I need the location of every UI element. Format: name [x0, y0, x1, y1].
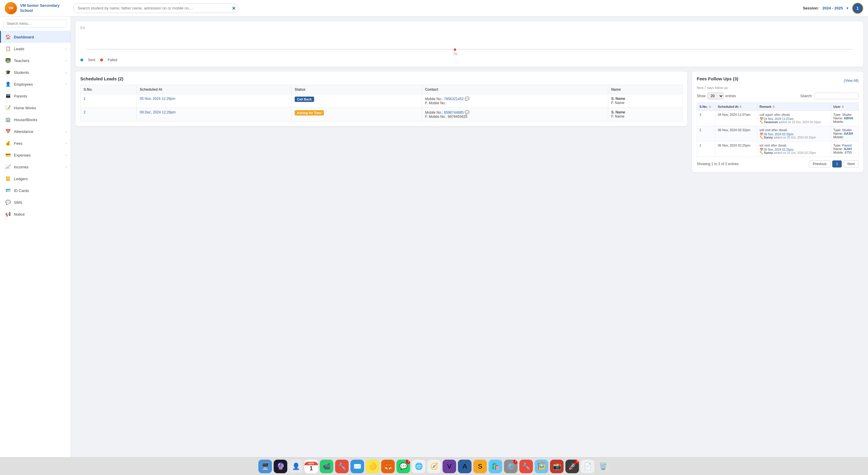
dock-item-finder[interactable]: 🖥️ [258, 459, 272, 473]
lead-link[interactable]: 2 [84, 110, 86, 114]
sidebar-label-attendance: Attendance [14, 129, 62, 134]
entries-select[interactable]: 20 50 100 [707, 92, 724, 99]
dock-item-siri[interactable]: 🔮 [274, 459, 287, 473]
global-search-input[interactable] [73, 3, 239, 13]
sidebar-item-expenses[interactable]: 💳 Expenses › [0, 149, 70, 161]
mail-icon: ✉️ [353, 463, 361, 470]
mobile-link[interactable]: 7856321452 [444, 97, 464, 101]
fees-cell-user: Type: Studer Name: AASH Mobile: [831, 126, 858, 142]
user-avatar[interactable]: 1 [852, 3, 863, 14]
remark-meta: 📅 04 Nov, 2024 11:07am ✏️ Tarannum added… [760, 117, 829, 124]
sidebar-item-employees[interactable]: 👤 Employees › [0, 78, 70, 90]
sidebar-item-attendance[interactable]: 📅 Attendance › [0, 125, 70, 137]
dock-item-sublime[interactable]: S [473, 459, 487, 473]
chart-baseline [86, 49, 852, 50]
sidebar-item-house-blocks[interactable]: 🏢 House/Blocks [0, 114, 70, 125]
sms-icon: 💬 [5, 199, 11, 205]
student-name: S. Name [611, 110, 625, 114]
sidebar-search-input[interactable] [4, 20, 67, 28]
remark-date-link[interactable]: 06 Nov, 2024 02:32pm [764, 132, 793, 136]
lead-link[interactable]: 1 [84, 97, 86, 101]
sidebar-item-notice[interactable]: 📢 Notice [0, 208, 70, 220]
sidebar-item-parents[interactable]: 👪 Parents [0, 90, 70, 102]
dock-item-facetime[interactable]: 📹 [320, 459, 333, 473]
mobile-link[interactable]: 8596744885 [444, 111, 464, 115]
sublime-icon: S [478, 463, 483, 470]
fees-search-input[interactable] [814, 93, 859, 99]
user-name-link[interactable]: AJAY [844, 147, 852, 151]
remark-text: wil visit after diwali. [760, 144, 829, 147]
whatsapp-icon: 💬 [399, 463, 407, 470]
status-badge: Asking for Time [294, 110, 324, 116]
dock-item-trash[interactable]: 🗑️ [596, 459, 610, 473]
dock-item-chrome[interactable]: 🌐 [412, 459, 426, 473]
fees-title: Fees Follow Ups (3) [697, 76, 738, 81]
sidebar-item-leads[interactable]: 📋 Leads › [0, 43, 70, 55]
calendar-app[interactable]: NOV1 [304, 459, 318, 473]
dock-item-firefox[interactable]: 🦊 [381, 459, 395, 473]
table-row: 2 06 Nov, 2024 02:32pm will visit after … [697, 126, 859, 142]
dock-item-appstore[interactable]: 🛍️ [489, 459, 502, 473]
fees-cell-user: Type: Studer Name: ABHA Mobile: [831, 111, 858, 126]
admin-icon: A [463, 463, 467, 470]
sidebar-item-fees[interactable]: 💰 Fees › [0, 137, 70, 149]
sidebar-item-students[interactable]: 🎓 Students › [0, 66, 70, 78]
view-all-link[interactable]: (View All) [844, 79, 859, 83]
scheduled-leads-card: Scheduled Leads (2) S.No. Scheduled At S… [75, 71, 687, 126]
fees-cell-scheduled: 04 Nov, 2024 11:07am [715, 111, 757, 126]
scheduled-leads-table: S.No. Scheduled At Status Contact Name 1… [80, 85, 683, 121]
fees-icon: 💰 [5, 140, 11, 146]
chart-y-label: 0.0 [80, 26, 85, 30]
dock-item-photobooth[interactable]: 📸 [550, 459, 564, 473]
dock-item-toolbox[interactable]: 🔧 [335, 459, 349, 473]
user-name-link[interactable]: AASH [844, 132, 853, 135]
remark-date-link[interactable]: 04 Nov, 2024 11:07am [764, 117, 793, 121]
chevron-icon: › [65, 70, 66, 74]
added-on-text: added on 25 Oct, 2024 02:25pm [774, 151, 816, 154]
next-button[interactable]: Next [843, 160, 859, 168]
global-search-bar: ✕ [73, 3, 239, 13]
session-value[interactable]: 2024 - 2025 [823, 6, 843, 10]
sidebar-item-dashboard[interactable]: 🏠 Dashboard [0, 31, 70, 43]
dock-item-toolbox2[interactable]: 🔧 [519, 459, 533, 473]
cell-sno: 1 [81, 94, 137, 108]
dock-item-notes[interactable]: 🟡 [366, 459, 379, 473]
search-clear-button[interactable]: ✕ [232, 5, 236, 11]
dock-item-calendar[interactable]: NOV1 [304, 459, 318, 473]
user-type: Type: Studer [833, 113, 856, 116]
dock-item-settings[interactable]: ⚙️1 [504, 459, 518, 473]
dock-item-texteditor[interactable]: 📄 [581, 459, 594, 473]
sidebar-label-house-blocks: House/Blocks [14, 118, 66, 122]
dock-item-contacts[interactable]: 👤 [289, 459, 303, 473]
previous-button[interactable]: Previous [809, 160, 831, 168]
dock-item-safari[interactable]: 🧭 [427, 459, 441, 473]
sidebar-item-incomes[interactable]: 📈 Incomes › [0, 161, 70, 173]
sidebar-item-teachers[interactable]: 👨‍🏫 Teachers › [0, 55, 70, 66]
sidebar-item-homeworks[interactable]: 📝 Home Works [0, 102, 70, 114]
sidebar-item-sms[interactable]: 💬 SMS [0, 197, 70, 208]
dock-item-admin[interactable]: A [458, 459, 471, 473]
scheduled-date-link[interactable]: 09 Dec, 2024 12:26pm [140, 110, 175, 114]
scheduled-date-link[interactable]: 05 Nov, 2024 12:26pm [140, 97, 175, 101]
cell-name: S. Name F. Name [608, 108, 683, 121]
remark-date-link[interactable]: 06 Nov, 2024 02:25pm [764, 148, 793, 151]
chevron-icon: › [65, 142, 66, 145]
sidebar-label-notice: Notice [14, 212, 66, 216]
dock-item-mail[interactable]: ✉️ [350, 459, 364, 473]
dock-item-launchpad[interactable]: 🚀3 [565, 459, 579, 473]
dock-item-whatsapp[interactable]: 💬1 [397, 459, 410, 473]
fees-cell-user: Type: Parent Name: AJAY Mobile: 8755 [831, 142, 858, 157]
page-1-button[interactable]: 1 [832, 160, 842, 168]
user-name-link[interactable]: ABHA [844, 116, 853, 120]
sidebar-item-ledgers[interactable]: 📒 Ledgers [0, 173, 70, 185]
notes-icon: 🟡 [369, 463, 377, 470]
dock-item-vedmarg[interactable]: V [442, 459, 456, 473]
leads-icon: 📋 [5, 46, 11, 52]
taskbar: 🖥️🔮👤NOV1📹🔧✉️🟡🦊💬1🌐🧭VAS🛍️⚙️1🔧🖼️📸🚀3📄🗑️ [0, 457, 868, 475]
sidebar-item-id-cards[interactable]: 🪪 ID Cards [0, 185, 70, 197]
col-contact: Contact [422, 85, 608, 94]
session-dropdown-icon[interactable]: ▾ [846, 6, 848, 10]
dock-item-preview[interactable]: 🖼️ [535, 459, 548, 473]
user-name-label: Name: [833, 116, 844, 120]
col-scheduled-at: Scheduled At [137, 85, 292, 94]
